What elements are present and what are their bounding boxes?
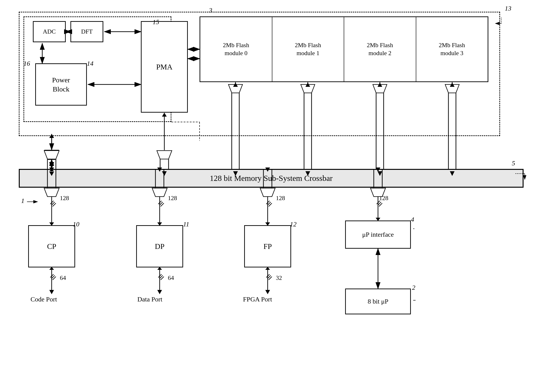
bus-128c-label: 128: [276, 195, 285, 202]
dp-block: DP: [136, 225, 183, 267]
ref-2: 2: [412, 284, 415, 291]
flash-modules-container: 2Mb Flash module 0 2Mb Flash module 1 2M…: [199, 16, 488, 82]
svg-line-62: [52, 202, 55, 205]
svg-line-101: [158, 274, 161, 278]
svg-marker-23: [157, 151, 172, 159]
fp-block: FP: [244, 225, 291, 267]
bus-128d-label: 128: [379, 195, 388, 202]
flash-module-2: 2Mb Flash module 2: [344, 17, 416, 81]
fpga-port-label: FPGA Port: [243, 296, 272, 303]
pma-block: PMA: [141, 21, 188, 113]
svg-line-97: [52, 277, 56, 280]
bus-128a-label: 128: [60, 195, 69, 202]
svg-line-80: [267, 202, 271, 205]
svg-marker-12: [45, 150, 59, 159]
svg-line-103: [161, 277, 164, 280]
flash-module-3: 2Mb Flash module 3: [416, 17, 488, 81]
svg-marker-55: [44, 188, 59, 196]
svg-line-102: [159, 275, 163, 279]
svg-line-70: [158, 201, 161, 204]
svg-line-79: [266, 201, 270, 204]
ref-15: 15: [153, 18, 159, 26]
dft-block: DFT: [71, 21, 103, 42]
svg-line-71: [159, 202, 163, 205]
svg-line-63: [52, 203, 56, 206]
cp-block: CP: [28, 225, 75, 267]
ref-4: 4: [411, 216, 414, 223]
ref-10: 10: [73, 220, 79, 228]
flash-module-1: 2Mb Flash module 1: [272, 17, 344, 81]
svg-line-109: [269, 277, 272, 280]
svg-marker-105: [265, 290, 270, 294]
svg-marker-73: [260, 188, 275, 196]
svg-line-81: [269, 203, 272, 206]
bus-64b-label: 64: [168, 275, 174, 281]
svg-line-107: [266, 274, 270, 278]
ref-13: 13: [505, 5, 511, 12]
adc-block: ADC: [33, 21, 66, 42]
svg-line-96: [52, 275, 55, 279]
power-block: Power Block: [35, 63, 87, 106]
flash-module-0: 2Mb Flash module 0: [200, 17, 272, 81]
svg-line-108: [267, 275, 271, 279]
data-port-label: Data Port: [137, 296, 162, 303]
svg-line-89: [378, 202, 381, 205]
ref-5: 5: [512, 159, 515, 167]
svg-marker-16: [44, 151, 59, 159]
svg-line-95: [50, 274, 53, 278]
svg-marker-64: [152, 188, 167, 196]
ref-3: 3: [209, 7, 212, 14]
svg-marker-99: [157, 290, 162, 294]
svg-line-61: [50, 201, 53, 204]
ref-14: 14: [87, 60, 93, 67]
svg-line-72: [161, 203, 164, 206]
ref-16: 16: [24, 60, 30, 67]
code-port-label: Code Port: [31, 296, 57, 303]
crossbar-block: 128 bit Memory Sub-System Crossbar: [19, 169, 524, 188]
ref-1: 1: [21, 197, 24, 205]
up-8bit-block: 8 bit μP: [345, 289, 411, 314]
ref-11: 11: [183, 220, 189, 228]
ref-12: 12: [290, 220, 297, 228]
bus-64a-label: 64: [60, 275, 66, 281]
up-interface-block: μP interface: [345, 220, 411, 249]
bus-128b-label: 128: [168, 195, 177, 202]
svg-marker-93: [49, 290, 54, 294]
svg-line-90: [379, 203, 382, 206]
bus-32-label: 32: [276, 275, 282, 281]
